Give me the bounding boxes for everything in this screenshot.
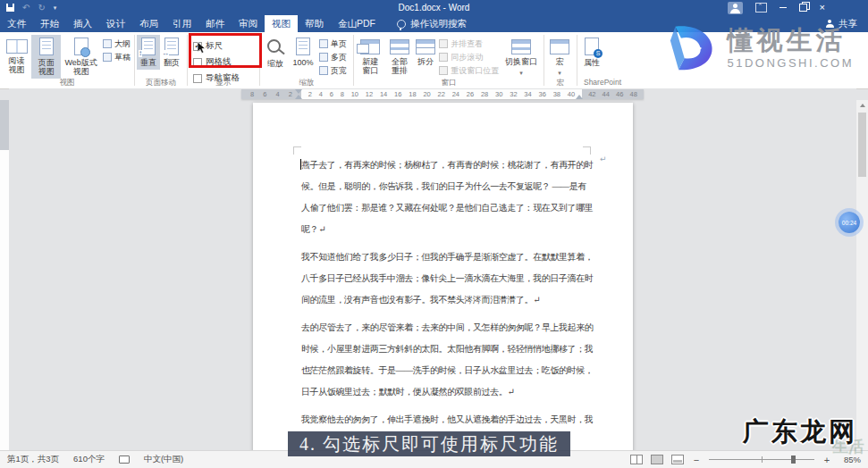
restore-button[interactable] — [799, 4, 807, 12]
read-mode-view-icon[interactable] — [630, 455, 643, 464]
zoom-button[interactable]: 缩放 — [262, 35, 289, 71]
side-to-side-button[interactable]: ↔ 翻页 — [160, 35, 183, 70]
tab-mailings[interactable]: 邮件 — [198, 15, 232, 32]
one-page-button[interactable]: 单页 — [319, 39, 347, 48]
ruler-left-numbers: 8642 — [241, 89, 301, 99]
switch-windows-button[interactable]: 切换窗口 ▾ — [501, 35, 542, 80]
split-icon — [416, 39, 435, 54]
video-timer-badge: 00:24 — [839, 212, 860, 233]
tab-references[interactable]: 引用 — [165, 15, 198, 32]
draft-label: 草稿 — [114, 53, 131, 62]
draft-button[interactable]: 草稿 — [103, 53, 131, 62]
document-canvas: ↵ 燕子去了，有再来的时候；杨柳枯了，有再青的时候；桃花谢了，有再开的时候。但是… — [9, 100, 856, 451]
multiple-pages-label: 多页 — [331, 53, 347, 62]
proofing-icon[interactable] — [119, 455, 130, 464]
macros-label: 宏 — [556, 57, 564, 66]
paragraph: 我觉察他去的匆匆了，伸出手遮挽时，他又从遮挽着的手边过去，天黑时，我 — [301, 409, 593, 430]
multiple-pages-button[interactable]: 多页 — [319, 53, 347, 62]
vertical-icon: ↕ — [141, 38, 156, 55]
ribbon-display-options-icon[interactable] — [755, 3, 767, 13]
close-button[interactable]: × — [820, 3, 825, 13]
zoom-100-label: 100% — [292, 58, 313, 67]
macros-button[interactable]: 宏 ▾ — [546, 35, 573, 80]
zoom-100-button[interactable]: 100% — [289, 35, 317, 70]
tab-view[interactable]: 视图 — [265, 15, 298, 32]
scroll-up-arrow-icon[interactable] — [856, 100, 868, 111]
scrollbar-thumb[interactable] — [858, 113, 866, 177]
multiple-pages-icon — [319, 53, 328, 62]
reset-window-position-button[interactable]: 重设窗口位置 — [439, 66, 499, 75]
page-movement-group-label: 页面移动 — [135, 77, 187, 88]
split-label: 拆分 — [417, 57, 434, 66]
tab-file[interactable]: 文件 — [0, 15, 33, 32]
vertical-scrollbar[interactable] — [856, 100, 868, 451]
ruler-center-numbers: 246810121416182022242628303234363840 — [301, 89, 582, 99]
zoom-out-button[interactable]: − — [692, 455, 701, 465]
web-layout-label: Web版式视图 — [64, 58, 97, 76]
web-layout-view-icon[interactable] — [671, 455, 684, 464]
tab-design[interactable]: 设计 — [99, 15, 132, 32]
document-text[interactable]: 燕子去了，有再来的时候；杨柳枯了，有再青的时候；桃花谢了，有再开的时候。但是，聪… — [301, 155, 593, 437]
ruler-bar: 8642 24681012141618202224262830323436384… — [241, 89, 644, 99]
outline-button[interactable]: 大纲 — [103, 39, 131, 48]
hanging-indent-marker[interactable] — [295, 95, 302, 99]
side-to-side-label: 翻页 — [164, 58, 180, 67]
sharepoint-properties-icon — [585, 38, 599, 55]
page-width-icon — [319, 66, 328, 75]
brand-logo-icon — [667, 24, 719, 72]
arrange-all-button[interactable]: 全部重排 — [385, 35, 415, 78]
tab-layout[interactable]: 布局 — [132, 15, 165, 32]
page-indicator[interactable]: 第1页，共3页 — [7, 454, 59, 465]
account-avatar[interactable] — [728, 2, 743, 14]
zoom-slider-thumb[interactable] — [791, 455, 796, 464]
arrange-all-icon — [390, 39, 409, 54]
minimize-button[interactable] — [780, 7, 787, 8]
document-page[interactable]: ↵ 燕子去了，有再来的时候；杨柳枯了，有再青的时候；桃花谢了，有再开的时候。但是… — [253, 103, 633, 451]
tab-review[interactable]: 审阅 — [232, 15, 265, 32]
tab-insert[interactable]: 插入 — [66, 15, 99, 32]
ruler-text-area: 246810121416182022242628303234363840 — [301, 89, 582, 99]
reset-position-label: 重设窗口位置 — [451, 66, 499, 75]
new-window-icon — [360, 39, 380, 54]
web-layout-button[interactable]: Web版式视图 — [61, 35, 101, 79]
brand-name: 懂视生活 — [727, 28, 854, 54]
reset-position-icon — [439, 66, 448, 75]
read-mode-button[interactable]: 阅读视图 — [2, 35, 31, 77]
synchronous-scrolling-button[interactable]: 同步滚动 — [439, 53, 499, 62]
tab-help[interactable]: 帮助 — [298, 15, 331, 32]
print-layout-view-icon[interactable] — [651, 455, 663, 464]
show-group-label: 显示 — [188, 77, 259, 88]
sync-scroll-label: 同步滚动 — [451, 53, 483, 62]
vertical-button[interactable]: ↕ 垂直 — [137, 35, 160, 70]
outline-icon — [103, 39, 112, 48]
view-side-by-side-button[interactable]: 并排查看 — [439, 39, 499, 48]
tell-me-search[interactable]: 操作说明搜索 — [388, 15, 476, 32]
new-window-button[interactable]: 新建窗口 — [356, 35, 385, 78]
window-controls: × — [728, 2, 868, 14]
tab-home[interactable]: 开始 — [33, 15, 66, 32]
tutorial-caption: 4. 勾选标尺即可使用标尺功能 — [288, 431, 570, 456]
split-button[interactable]: 拆分 — [414, 35, 437, 69]
right-indent-marker[interactable] — [576, 95, 583, 99]
horizontal-ruler[interactable]: 8642 24681012141618202224262830323436384… — [9, 88, 856, 100]
tab-jinshan-pdf[interactable]: 金山PDF — [331, 15, 383, 32]
zoom-slider[interactable] — [709, 455, 814, 464]
properties-label: 属性 — [584, 58, 600, 67]
page-width-button[interactable]: 页宽 — [319, 66, 347, 75]
language-indicator[interactable]: 中文(中国) — [144, 454, 183, 465]
word-count[interactable]: 610个字 — [73, 454, 105, 465]
ruler-right-numbers: 42444648 — [582, 89, 644, 99]
macros-group-label: 宏 — [544, 77, 577, 88]
window-group-label: 窗口 — [354, 77, 544, 88]
ribbon-group-zoom: 缩放 100% 单页 多页 页宽 缩放 — [260, 32, 353, 88]
tutorial-caption-text: 4. 勾选标尺即可使用标尺功能 — [299, 432, 559, 456]
ribbon-group-sharepoint: 属性 SharePoint — [577, 32, 628, 88]
one-page-label: 单页 — [331, 39, 347, 48]
vertical-ruler[interactable] — [0, 100, 9, 451]
side-by-side-icon — [439, 39, 448, 48]
first-line-indent-marker[interactable] — [295, 89, 302, 94]
print-layout-button[interactable]: 页面视图 — [31, 35, 61, 79]
draft-icon — [103, 53, 112, 62]
properties-button[interactable]: 属性 — [579, 35, 604, 70]
zoom-in-button[interactable]: + — [822, 455, 831, 465]
